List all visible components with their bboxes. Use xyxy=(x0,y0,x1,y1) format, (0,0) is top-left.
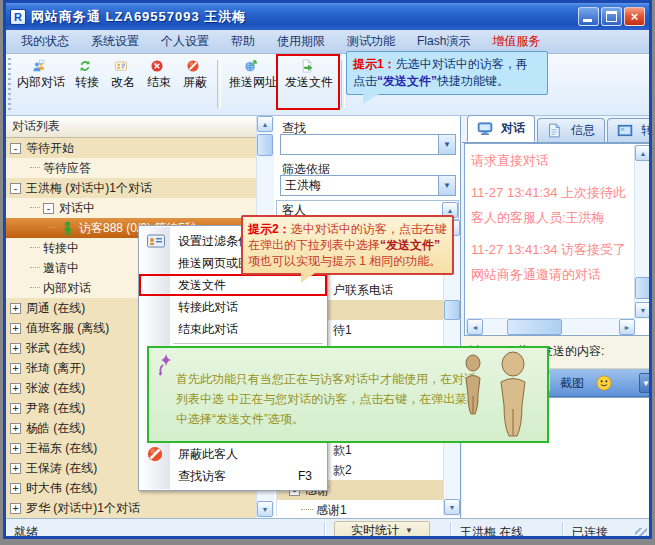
context-menu-item[interactable]: 转接此对话 xyxy=(140,296,326,318)
chat-tab[interactable]: 对话 xyxy=(467,115,535,142)
context-menu-item[interactable]: 查找访客 F3 xyxy=(140,465,326,487)
expander-icon[interactable]: + xyxy=(10,323,21,334)
toolbar-button[interactable]: 结束 xyxy=(142,56,176,93)
scrollbar-thumb[interactable] xyxy=(507,319,562,335)
expander-icon[interactable]: + xyxy=(10,383,21,394)
toolbar-button[interactable]: 转接 xyxy=(70,56,104,93)
expander-icon[interactable]: + xyxy=(10,463,21,474)
filter-value: 王洪梅 xyxy=(285,177,321,194)
status-ready: 就绪 xyxy=(14,524,38,539)
toolbar-button[interactable]: 改名 xyxy=(106,56,140,93)
filter-combobox[interactable]: 王洪梅 ▼ xyxy=(280,175,456,196)
status-connection: 已连接 xyxy=(572,524,608,539)
tree-item[interactable]: + 罗华 (对话中)1个对话 xyxy=(6,498,256,518)
menu-item[interactable]: 增值服务 xyxy=(481,30,551,53)
help-tip-text: 首先此功能只有当您正在与访客对话中才能使用，在对话 列表中选 中正在与您对话的访… xyxy=(176,369,479,429)
chat-message: 请求直接对话 xyxy=(471,148,630,173)
scroll-down-icon[interactable]: ▼ xyxy=(635,302,651,318)
menu-item[interactable]: 帮助 xyxy=(220,30,266,53)
menu-item[interactable]: 我的状态 xyxy=(10,30,80,53)
context-menu-item[interactable]: 发送文件 xyxy=(139,274,327,296)
expander-icon[interactable]: + xyxy=(10,403,21,414)
scroll-down-icon[interactable]: ▼ xyxy=(257,501,273,517)
scroll-left-icon[interactable]: ◄ xyxy=(467,319,483,335)
menu-separator xyxy=(173,343,323,344)
visitor-icon xyxy=(61,221,75,236)
chevron-down-icon[interactable]: ▼ xyxy=(438,176,455,195)
expander-icon[interactable]: + xyxy=(10,443,21,454)
send-file-highlight-box xyxy=(276,54,340,110)
filter-settings-icon xyxy=(146,232,166,250)
chat-messages: 请求直接对话11-27 13:41:34 上次接待此客人的客服人员:王洪梅11-… xyxy=(471,148,630,315)
realtime-stats-button[interactable]: 实时统计 ▼ xyxy=(334,521,430,539)
resize-grip[interactable] xyxy=(635,528,647,539)
chat-message: 11-27 13:41:34 访客接受了网站商务通邀请的对话 xyxy=(471,237,630,287)
chat-tab[interactable]: 转 xyxy=(607,118,652,142)
menu-item[interactable]: Flash演示 xyxy=(406,30,481,53)
scrollbar-thumb[interactable] xyxy=(444,300,460,320)
tree-item[interactable]: 等待应答 xyxy=(6,158,256,178)
expander-icon[interactable]: + xyxy=(10,363,21,374)
list-item[interactable]: 感谢1 xyxy=(277,500,443,516)
tree-item[interactable]: - 对话中 xyxy=(6,198,256,218)
end-chat-icon xyxy=(150,58,164,73)
maximize-button[interactable] xyxy=(601,7,622,26)
help-tip-box: 首先此功能只有当您正在与访客对话中才能使用，在对话 列表中选 中正在与您对话的访… xyxy=(147,346,549,443)
menu-item[interactable]: 测试功能 xyxy=(336,30,406,53)
transfer-icon xyxy=(78,58,92,73)
expander-icon[interactable]: + xyxy=(10,483,21,494)
toolbar-button[interactable]: 推送网址 xyxy=(226,56,280,93)
expander-icon[interactable]: - xyxy=(10,183,21,194)
mannequin-figures-icon xyxy=(456,351,541,446)
smiley-icon[interactable] xyxy=(595,374,613,392)
menu-item[interactable]: 系统设置 xyxy=(80,30,150,53)
app-logo-icon: R xyxy=(10,9,26,25)
tree-item[interactable]: - 王洪梅 (对话中)1个对话 xyxy=(6,178,256,198)
search-combobox[interactable]: ▼ xyxy=(280,134,456,155)
internal-chat-icon xyxy=(32,58,46,73)
expander-icon[interactable]: - xyxy=(10,143,21,154)
expander-icon[interactable]: - xyxy=(43,203,54,214)
chat-tab[interactable]: 信息 xyxy=(537,118,605,142)
close-button[interactable]: × xyxy=(624,7,645,26)
chevron-down-icon[interactable]: ▼ xyxy=(438,135,455,154)
window-title: 网站商务通 LZA69557093 王洪梅 xyxy=(31,8,246,26)
toolbar-button[interactable] xyxy=(217,60,221,108)
toolbar-button[interactable]: 内部对话 xyxy=(14,56,68,93)
context-menu-item[interactable]: 结束此对话 xyxy=(140,318,326,340)
scrollbar-thumb[interactable] xyxy=(257,134,273,156)
chat-tab-icon xyxy=(477,121,493,136)
scrollbar-thumb[interactable] xyxy=(635,277,651,299)
minimize-button[interactable] xyxy=(578,7,599,26)
chat-tabs: 对话 信息 转 ◄ ► xyxy=(462,116,652,143)
status-bar: 就绪 实时统计 ▼ 王洪梅 在线 已连接 xyxy=(6,518,649,539)
rename-icon xyxy=(114,58,128,73)
block-icon xyxy=(186,58,200,73)
menu-item[interactable]: 个人设置 xyxy=(150,30,220,53)
balloon-tail xyxy=(301,273,315,283)
conversation-list-header: 对话列表 xyxy=(6,116,256,138)
expander-icon[interactable]: + xyxy=(10,423,21,434)
editor-dropdown-icon[interactable]: ▼ xyxy=(639,373,652,393)
scroll-up-icon[interactable]: ▲ xyxy=(257,116,273,132)
menu-bar: 我的状态系统设置个人设置帮助使用期限测试功能Flash演示增值服务 xyxy=(6,30,649,54)
toolbar-button[interactable] xyxy=(341,60,345,108)
expander-icon[interactable]: + xyxy=(10,503,21,514)
block-guest-icon xyxy=(146,445,166,463)
push-url-icon xyxy=(244,58,258,73)
expander-icon[interactable]: + xyxy=(10,303,21,314)
info-tab-icon xyxy=(547,123,563,138)
tree-item[interactable]: - 等待开始 xyxy=(6,138,256,158)
chat-vscrollbar[interactable]: ▲ ▼ xyxy=(634,145,651,319)
toolbar-button[interactable]: 屏蔽 xyxy=(178,56,212,93)
context-menu-item[interactable]: 屏蔽此客人 xyxy=(140,443,326,465)
chat-hscrollbar[interactable]: ◄ ► xyxy=(466,318,635,334)
scroll-right-icon[interactable]: ► xyxy=(619,319,635,335)
chat-message: 11-27 13:41:34 上次接待此客人的客服人员:王洪梅 xyxy=(471,180,630,230)
title-bar: R 网站商务通 LZA69557093 王洪梅 × xyxy=(6,3,649,30)
screenshot-button[interactable]: 截图 xyxy=(556,373,588,393)
scroll-up-icon[interactable]: ▲ xyxy=(635,145,651,161)
scroll-down-icon[interactable]: ▼ xyxy=(444,499,460,515)
expander-icon[interactable]: + xyxy=(10,343,21,354)
menu-item[interactable]: 使用期限 xyxy=(266,30,336,53)
